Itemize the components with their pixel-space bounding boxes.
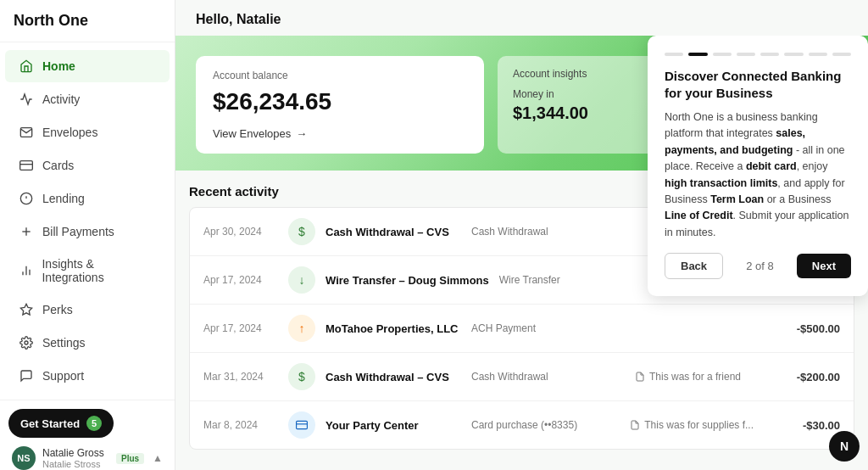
sidebar-item-insights[interactable]: Insights & Integrations <box>5 249 170 293</box>
popup-tab-5 <box>760 53 779 56</box>
activity-type: Wire Transfer <box>499 274 625 286</box>
view-envelopes-label: View Envelopes <box>213 127 291 140</box>
insights-icon <box>19 263 33 278</box>
table-row[interactable]: Mar 8, 2024 Your Party Center Card purch… <box>190 401 854 449</box>
sidebar-item-settings-label: Settings <box>42 336 86 350</box>
sidebar-item-activity[interactable]: Activity <box>5 83 170 115</box>
popup-tab-1 <box>665 53 683 56</box>
sidebar-item-bill-payments[interactable]: Bill Payments <box>5 215 170 248</box>
sidebar-item-insights-label: Insights & Integrations <box>42 257 156 284</box>
sidebar-item-lending-label: Lending <box>42 192 85 205</box>
sidebar-item-activity-label: Activity <box>42 92 80 106</box>
popup-body: North One is a business banking platform… <box>665 109 851 241</box>
activity-icon <box>19 92 34 107</box>
settings-icon <box>19 335 34 350</box>
transfer-in-icon: ↓ <box>288 266 315 294</box>
arrow-right-icon: → <box>296 127 307 140</box>
popup-page-indicator: 2 of 8 <box>746 260 774 272</box>
get-started-badge: 5 <box>86 416 102 431</box>
sidebar-item-envelopes-label: Envelopes <box>42 126 97 139</box>
popup-tab-8 <box>832 53 851 56</box>
activity-type: Cash Withdrawal <box>471 371 625 383</box>
main-content: Hello, Natalie Account balance $26,234.6… <box>175 0 868 470</box>
sidebar-item-support[interactable]: Support <box>5 360 170 392</box>
activity-note: This was for a friend <box>635 371 754 383</box>
dollar-icon: $ <box>288 218 315 245</box>
svg-marker-7 <box>20 304 31 315</box>
envelopes-icon <box>19 125 34 140</box>
user-subname: Natalie Stross <box>42 459 104 469</box>
chevron-up-icon: ▲ <box>153 452 163 464</box>
sidebar-item-perks-label: Perks <box>42 303 73 316</box>
activity-type: Card purchase (••8335) <box>471 419 620 431</box>
activity-date: Apr 17, 2024 <box>203 274 278 286</box>
svg-point-8 <box>25 341 28 344</box>
sidebar-nav: Home Activity Envelopes Cards Lending <box>0 42 175 400</box>
app-logo: North One <box>0 0 175 42</box>
popup-title: Discover Connected Banking for your Busi… <box>665 68 851 101</box>
activity-name: Cash Withdrawal – CVS <box>326 226 461 238</box>
sidebar-footer: Get Started 5 NS Natalie Gross Natalie S… <box>0 400 175 470</box>
balance-amount: $26,234.65 <box>213 88 467 115</box>
activity-amount: -$500.00 <box>764 322 840 335</box>
transfer-out-icon: ↑ <box>288 315 315 342</box>
popup-nav: Back 2 of 8 Next <box>665 253 851 279</box>
activity-name: Wire Transfer – Doug Simmons <box>326 274 489 287</box>
dollar-icon: $ <box>288 363 315 390</box>
sidebar-item-bill-payments-label: Bill Payments <box>42 225 114 238</box>
sidebar: North One Home Activity Envelopes Cards <box>0 0 175 470</box>
get-started-button[interactable]: Get Started 5 <box>8 409 114 438</box>
table-row[interactable]: Apr 17, 2024 ↑ MoTahoe Properties, LLC A… <box>190 305 854 353</box>
activity-amount: -$200.00 <box>764 371 840 383</box>
svg-rect-0 <box>20 161 33 171</box>
activity-date: Mar 8, 2024 <box>203 419 278 431</box>
account-balance-card: Account balance $26,234.65 View Envelope… <box>196 56 484 154</box>
user-name: Natalie Gross <box>42 447 104 459</box>
popup-tab-2 <box>688 53 707 56</box>
sidebar-item-home-label: Home <box>42 59 75 73</box>
activity-date: Mar 31, 2024 <box>203 371 278 383</box>
popup-progress-tabs <box>665 53 851 56</box>
cards-icon <box>19 158 34 173</box>
svg-rect-9 <box>297 421 308 428</box>
discovery-popup: Discover Connected Banking for your Busi… <box>648 36 868 296</box>
northone-fab-button[interactable]: N <box>829 431 860 462</box>
view-envelopes-link[interactable]: View Envelopes → <box>213 127 467 140</box>
activity-date: Apr 17, 2024 <box>203 322 278 334</box>
activity-name: MoTahoe Properties, LLC <box>326 322 461 335</box>
sidebar-item-support-label: Support <box>42 369 84 383</box>
activity-amount: -$30.00 <box>764 419 840 432</box>
dashboard-area: Account balance $26,234.65 View Envelope… <box>175 36 868 470</box>
sidebar-item-cards[interactable]: Cards <box>5 149 170 182</box>
sidebar-item-envelopes[interactable]: Envelopes <box>5 116 170 148</box>
popup-tab-6 <box>784 53 803 56</box>
table-row[interactable]: Mar 31, 2024 $ Cash Withdrawal – CVS Cas… <box>190 353 854 401</box>
popup-tab-7 <box>809 53 827 56</box>
user-names: Natalie Gross Natalie Stross <box>42 447 104 469</box>
main-header: Hello, Natalie <box>175 0 868 36</box>
user-info[interactable]: NS Natalie Gross Natalie Stross Plus ▲ <box>8 445 166 470</box>
sidebar-item-settings[interactable]: Settings <box>5 327 170 359</box>
activity-type: Cash Withdrawal <box>471 226 625 238</box>
bill-payments-icon <box>19 224 34 239</box>
account-balance-label: Account balance <box>213 70 467 81</box>
popup-next-button[interactable]: Next <box>797 254 851 278</box>
get-started-label: Get Started <box>20 417 80 430</box>
hero-banner: Account balance $26,234.65 View Envelope… <box>175 36 868 171</box>
perks-icon <box>19 302 34 317</box>
activity-date: Apr 30, 2024 <box>203 226 278 238</box>
popup-tab-4 <box>737 53 755 56</box>
plan-badge: Plus <box>116 453 144 464</box>
activity-type: ACH Payment <box>471 322 625 334</box>
sidebar-item-home[interactable]: Home <box>5 50 170 82</box>
card-icon <box>288 411 315 439</box>
activity-note: This was for supplies f... <box>630 419 754 431</box>
avatar: NS <box>12 446 36 470</box>
support-icon <box>19 368 34 383</box>
activity-name: Your Party Center <box>326 419 461 432</box>
lending-icon <box>19 191 34 206</box>
sidebar-item-cards-label: Cards <box>42 159 74 172</box>
sidebar-item-perks[interactable]: Perks <box>5 294 170 326</box>
popup-back-button[interactable]: Back <box>665 253 723 279</box>
sidebar-item-lending[interactable]: Lending <box>5 182 170 215</box>
